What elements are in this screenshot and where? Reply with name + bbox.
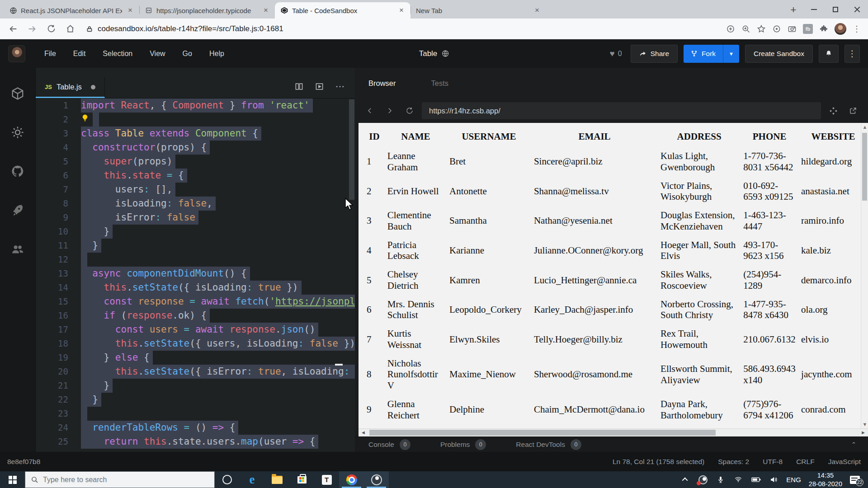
menu-view[interactable]: View bbox=[150, 50, 165, 58]
preview-tab-tests[interactable]: Tests bbox=[431, 79, 449, 88]
extension-circle-icon[interactable] bbox=[772, 24, 781, 33]
text-app-button[interactable]: T bbox=[314, 471, 339, 488]
live-users-icon[interactable] bbox=[10, 241, 25, 257]
menu-edit[interactable]: Edit bbox=[73, 50, 86, 58]
maximize-button[interactable] bbox=[825, 0, 846, 19]
scroll-right-icon[interactable]: ► bbox=[861, 430, 866, 435]
scroll-up-icon[interactable]: ▲ bbox=[861, 124, 868, 130]
devtools-expand-icon[interactable]: ⌃ bbox=[851, 441, 856, 448]
table-cell: (254)954-1289 bbox=[741, 265, 798, 295]
file-explorer-button[interactable] bbox=[264, 471, 289, 488]
zoom-reset-icon[interactable] bbox=[726, 24, 735, 33]
start-button[interactable] bbox=[0, 471, 25, 488]
vertical-scroll-thumb[interactable] bbox=[862, 133, 867, 201]
devtools-console[interactable]: Console0 bbox=[368, 439, 410, 450]
status-item[interactable]: UTF-8 bbox=[763, 458, 783, 466]
editor-scrollbar[interactable] bbox=[349, 99, 355, 452]
fork-button[interactable]: Fork ▼ bbox=[684, 45, 739, 63]
notifications-bell-button[interactable] bbox=[819, 45, 839, 63]
tray-expand-chevron-icon[interactable] bbox=[680, 478, 690, 482]
battery-icon[interactable] bbox=[751, 477, 761, 483]
deployment-rocket-icon[interactable] bbox=[10, 202, 25, 218]
devtools-react-devtools[interactable]: React DevTools0 bbox=[516, 439, 581, 450]
lock-icon[interactable] bbox=[86, 25, 93, 33]
menu-selection[interactable]: Selection bbox=[103, 50, 132, 58]
scroll-down-icon[interactable]: ▼ bbox=[861, 422, 868, 427]
cortana-button[interactable] bbox=[215, 471, 240, 488]
user-avatar[interactable] bbox=[8, 45, 25, 62]
speaker-icon[interactable] bbox=[769, 476, 778, 483]
browser-menu-icon[interactable]: ⋮ bbox=[853, 24, 861, 34]
share-button[interactable]: Share bbox=[631, 45, 678, 63]
status-item[interactable]: CRLF bbox=[796, 458, 814, 466]
preview-tab-browser[interactable]: Browser bbox=[368, 79, 396, 88]
search-input[interactable] bbox=[43, 476, 209, 484]
preview-forward-icon[interactable] bbox=[382, 103, 397, 118]
sandbox-icon[interactable] bbox=[10, 86, 25, 101]
chrome-button[interactable] bbox=[339, 471, 364, 488]
reload-button[interactable] bbox=[42, 20, 60, 38]
privacy-globe-icon[interactable] bbox=[441, 50, 449, 57]
preview-vertical-scrollbar[interactable]: ▲ ▼ bbox=[861, 123, 868, 428]
language-indicator[interactable]: ENG bbox=[786, 476, 801, 483]
preview-url-field[interactable]: https://r14hz.csb.app/ bbox=[422, 102, 821, 119]
browser-tab[interactable]: Table - CodeSandbox× bbox=[275, 2, 410, 19]
microsoft-store-button[interactable] bbox=[289, 471, 314, 488]
horizontal-scroll-thumb[interactable] bbox=[369, 430, 716, 436]
extension-fb-icon[interactable]: fb bbox=[803, 24, 813, 34]
forward-button[interactable] bbox=[24, 20, 41, 38]
bookmark-star-icon[interactable] bbox=[757, 24, 766, 33]
menu-help[interactable]: Help bbox=[209, 50, 224, 58]
preview-back-icon[interactable] bbox=[362, 103, 377, 118]
extensions-puzzle-icon[interactable] bbox=[819, 24, 828, 33]
status-item[interactable]: Spaces: 2 bbox=[718, 458, 749, 466]
preview-horizontal-scrollbar[interactable]: ◄ ► bbox=[359, 428, 868, 436]
code-editor[interactable]: 1import React, { Component } from 'react… bbox=[36, 99, 355, 452]
wifi-icon[interactable] bbox=[733, 476, 743, 483]
devtools-problems[interactable]: Problems0 bbox=[440, 439, 486, 450]
minimize-button[interactable] bbox=[803, 0, 825, 19]
settings-gear-icon[interactable] bbox=[10, 125, 25, 140]
obs-button[interactable] bbox=[364, 471, 389, 488]
back-button[interactable] bbox=[5, 20, 22, 38]
action-center-button[interactable]: 22 bbox=[850, 476, 860, 484]
tab-close-icon[interactable]: × bbox=[397, 6, 406, 15]
close-button[interactable] bbox=[846, 0, 868, 19]
create-sandbox-button[interactable]: Create Sandbox bbox=[745, 45, 813, 63]
status-item[interactable]: JavaScript bbox=[828, 458, 861, 466]
editor-more-icon[interactable]: ⋯ bbox=[335, 81, 345, 92]
browser-profile-avatar[interactable] bbox=[835, 23, 846, 35]
github-icon[interactable] bbox=[10, 164, 25, 179]
responsive-mode-icon[interactable] bbox=[826, 103, 841, 118]
tab-close-icon[interactable]: × bbox=[261, 6, 270, 15]
header-more-icon[interactable]: ⋮ bbox=[844, 45, 860, 63]
open-preview-icon[interactable] bbox=[315, 82, 324, 91]
home-button[interactable] bbox=[61, 20, 79, 38]
menu-file[interactable]: File bbox=[44, 50, 56, 58]
browser-tab[interactable]: New Tab× bbox=[410, 2, 546, 19]
new-tab-button[interactable]: + bbox=[787, 3, 800, 17]
open-in-new-window-icon[interactable] bbox=[845, 103, 861, 118]
menu-go[interactable]: Go bbox=[183, 50, 192, 58]
editor-tab-tablejs[interactable]: JS Table.js bbox=[36, 77, 105, 98]
microphone-icon[interactable] bbox=[716, 475, 726, 484]
clock[interactable]: 14:35 28-08-2020 bbox=[809, 471, 842, 488]
lightbulb-icon[interactable] bbox=[81, 114, 91, 128]
search-zoom-icon[interactable] bbox=[741, 24, 750, 33]
obs-tray-icon[interactable] bbox=[698, 475, 708, 484]
split-view-icon[interactable] bbox=[295, 82, 303, 91]
tab-close-icon[interactable]: × bbox=[126, 6, 135, 15]
tab-close-icon[interactable]: × bbox=[533, 6, 542, 15]
browser-tab[interactable]: https://jsonplaceholder.typicode× bbox=[139, 2, 275, 19]
edge-button[interactable]: e bbox=[240, 471, 264, 488]
like-button[interactable]: ♥0 bbox=[610, 49, 622, 59]
status-item[interactable]: Ln 78, Col 21 (1758 selected) bbox=[613, 458, 704, 466]
preview-refresh-icon[interactable] bbox=[402, 103, 417, 118]
url-bar[interactable]: codesandbox.io/s/table-r14hz?file=/src/T… bbox=[80, 24, 722, 33]
browser-tab[interactable]: React.js JSONPlaceholder API Exa× bbox=[4, 2, 139, 19]
taskbar-search[interactable] bbox=[25, 471, 215, 488]
fork-dropdown-caret[interactable]: ▼ bbox=[723, 45, 739, 63]
editor-scrollbar-thumb[interactable] bbox=[349, 99, 354, 200]
extension-camera-icon[interactable] bbox=[788, 24, 797, 33]
scroll-left-icon[interactable]: ◄ bbox=[361, 430, 366, 435]
